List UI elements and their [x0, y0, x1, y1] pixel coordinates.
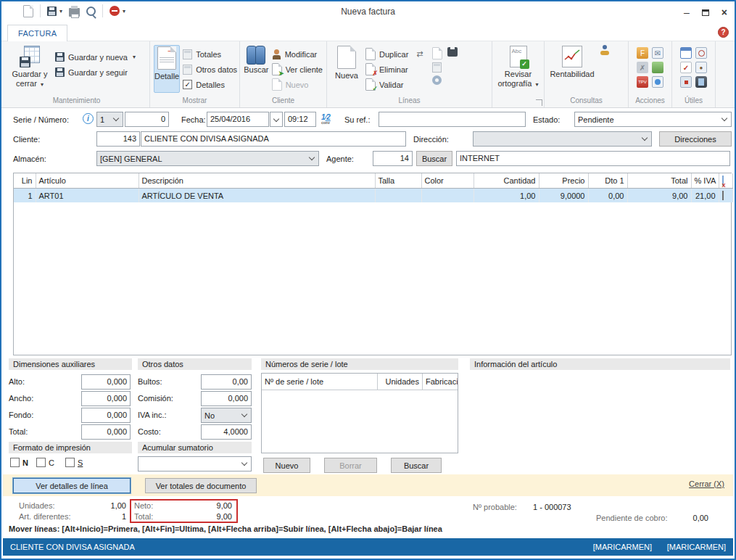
col-lin[interactable]: Lin	[14, 173, 36, 189]
swap-lines-icon[interactable]: ⇄	[416, 49, 423, 59]
fecha-input[interactable]: 25/04/2016	[207, 112, 269, 127]
col-serie-lote[interactable]: Nº de serie / lote	[262, 374, 378, 390]
agente-codigo-input[interactable]: 14	[373, 151, 413, 166]
document-globe-icon[interactable]	[652, 76, 663, 88]
sizes-colors-icon[interactable]	[447, 47, 458, 57]
col-descripcion[interactable]: Descripción	[138, 173, 375, 189]
tasks-icon[interactable]: ✓	[680, 62, 692, 73]
almacen-select[interactable]: [GEN] GENERAL	[96, 151, 319, 166]
formato-s-label: S	[78, 458, 83, 467]
col-dto1[interactable]: Dto 1	[588, 173, 627, 189]
ver-cliente-button[interactable]: ➤ Ver cliente	[272, 62, 323, 77]
mobile-phone-icon[interactable]	[695, 76, 707, 88]
chevron-down-icon	[241, 411, 247, 417]
col-unidades[interactable]: Unidades	[378, 374, 423, 390]
divisa-icon[interactable]: 1⁄2conv	[321, 114, 331, 125]
cell-descripcion: ARTÍCULO DE VENTA	[138, 189, 375, 203]
duplicar-button[interactable]: Duplicar ⇄	[365, 46, 423, 62]
ribbon-group-ortografia: Abc ✓ Revisar ortografía ▾	[492, 41, 545, 107]
close-button[interactable]: ×	[721, 7, 727, 17]
numero-input[interactable]: 0	[125, 112, 169, 127]
agente-buscar-button[interactable]: Buscar	[416, 151, 452, 166]
tab-factura[interactable]: FACTURA	[7, 25, 67, 41]
agente-nombre-input[interactable]: INTERNET	[456, 151, 730, 166]
eliminar-button[interactable]: ✗ Eliminar	[365, 62, 423, 77]
col-cantidad[interactable]: Cantidad	[474, 173, 539, 189]
nueva-linea-button[interactable]: Nueva	[331, 45, 363, 81]
chevron-down-icon: ▾	[41, 81, 44, 88]
su-ref-input[interactable]	[379, 112, 526, 127]
contact-card-icon[interactable]: ●	[695, 62, 707, 73]
col-color[interactable]: Color	[421, 173, 474, 189]
otros-datos-button[interactable]: Otros datos	[183, 62, 237, 77]
fondo-input[interactable]: 0,000	[81, 408, 131, 423]
binoculars-icon	[246, 46, 266, 63]
database-icon[interactable]	[652, 62, 663, 73]
formato-n-checkbox[interactable]	[10, 458, 20, 467]
detalles-checkbox[interactable]: ✓ Detalles	[183, 77, 237, 92]
col-fabricacion[interactable]: Fabricación	[423, 374, 458, 390]
table-row[interactable]: 1 ART01 ARTÍCULO DE VENTA 1,00 9,0000 0,…	[14, 189, 732, 203]
ribbon-group-acciones: F ✉ ✗ TPV Acciones	[629, 41, 672, 107]
col-iva[interactable]: % IVA	[691, 173, 719, 189]
col-options[interactable]	[719, 173, 732, 189]
col-total[interactable]: Total	[627, 173, 691, 189]
cliente-codigo-input[interactable]: 143	[96, 131, 140, 147]
formato-s-checkbox[interactable]	[65, 458, 75, 467]
acumular-select[interactable]	[138, 456, 252, 472]
client-risk-icon[interactable]	[599, 45, 611, 57]
serie-nuevo-button[interactable]: Nuevo	[263, 458, 310, 473]
formato-c-checkbox[interactable]	[36, 458, 46, 467]
status-user-1: [MARICARMEN]	[593, 543, 652, 551]
email-icon[interactable]: ✉	[652, 47, 663, 59]
guardar-y-nueva-button[interactable]: Guardar y nueva ▾	[55, 49, 136, 65]
clock-icon[interactable]	[695, 47, 707, 59]
detalle-button[interactable]: ~ Detalle	[154, 45, 180, 93]
person-icon	[272, 49, 281, 59]
calendar-note-icon[interactable]	[680, 76, 692, 88]
info-icon[interactable]: i	[83, 113, 94, 124]
minimize-button[interactable]: –	[684, 7, 690, 17]
serie-buscar-button[interactable]: Buscar	[391, 458, 442, 473]
chevron-down-icon	[642, 135, 648, 141]
fecha-dropdown-button[interactable]	[270, 112, 283, 127]
validar-button[interactable]: ✓ Validar	[365, 77, 423, 92]
col-articulo[interactable]: Artículo	[36, 173, 138, 189]
direcciones-button[interactable]: Direcciones	[659, 131, 732, 147]
totales-button[interactable]: Totales	[183, 46, 237, 62]
buscar-cliente-button[interactable]: Buscar	[244, 45, 269, 75]
costo-input[interactable]: 4,0000	[201, 424, 252, 440]
art-diferentes-value: 1	[81, 512, 126, 521]
modificar-button[interactable]: Modificar	[272, 46, 323, 62]
rentabilidad-button[interactable]: Rentabilidad	[548, 45, 596, 79]
direccion-select[interactable]	[473, 131, 652, 147]
guardar-y-seguir-button[interactable]: Guardar y seguir	[55, 65, 136, 80]
calendar-icon[interactable]	[680, 47, 692, 59]
iva-inc-select[interactable]: No	[201, 408, 252, 423]
table-header-row: Lin Artículo Descripción Talla Color Can…	[14, 173, 732, 189]
alto-input[interactable]: 0,000	[81, 374, 131, 390]
comision-input[interactable]: 0,000	[201, 391, 252, 406]
bultos-input[interactable]: 0,00	[201, 374, 252, 390]
facturar-icon[interactable]: F	[637, 47, 648, 59]
hora-input[interactable]: 09:12	[284, 112, 316, 127]
revisar-ortografia-button[interactable]: Abc ✓ Revisar ortografía ▾	[496, 45, 540, 88]
cliente-nombre-input[interactable]: CLIENTE CON DIVISA ASIGNADA	[141, 131, 406, 147]
line-checkbox[interactable]	[722, 191, 724, 200]
help-icon[interactable]: ?	[718, 27, 729, 38]
pendiente-cobro-value: 0,00	[676, 514, 708, 522]
serie-select[interactable]: 1	[96, 112, 123, 127]
window-title: Nueva factura	[1, 7, 735, 17]
ver-totales-documento-button[interactable]: Ver totales de documento	[145, 478, 257, 493]
total-dim-input[interactable]: 0,000	[81, 424, 131, 440]
estado-select[interactable]: Pendiente	[574, 112, 732, 127]
dialog-launcher-icon[interactable]	[536, 99, 542, 106]
ver-detalles-linea-button[interactable]: Ver detalles de línea	[13, 478, 131, 493]
col-talla[interactable]: Talla	[375, 173, 421, 189]
guardar-y-cerrar-button[interactable]: Guardar y cerrar ▾	[7, 45, 52, 88]
cerrar-link[interactable]: Cerrar (X)	[689, 479, 724, 488]
tpv-icon[interactable]: TPV	[637, 76, 648, 88]
ancho-input[interactable]: 0,000	[81, 391, 131, 406]
maximize-button[interactable]	[702, 9, 709, 16]
col-precio[interactable]: Precio	[539, 173, 588, 189]
